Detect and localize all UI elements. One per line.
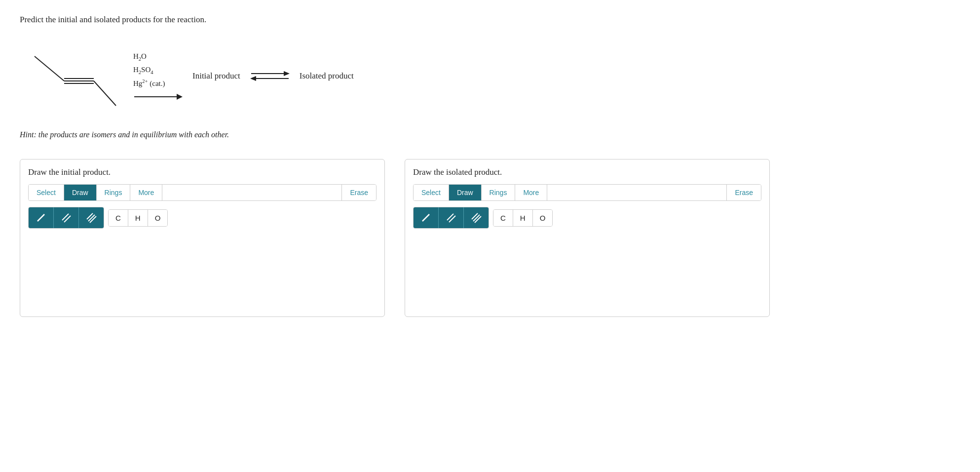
initial-product-label: Initial product [192, 71, 240, 81]
forward-arrow [133, 92, 183, 102]
isolated-single-bond-btn[interactable] [414, 207, 439, 228]
isolated-oxygen-btn[interactable]: O [533, 210, 553, 226]
initial-oxygen-btn[interactable]: O [148, 210, 168, 226]
initial-toolbar: Select Draw Rings More Erase [28, 184, 377, 201]
question-text: Predict the initial and isolated product… [20, 15, 960, 25]
hint-text: Hint: the products are isomers and in eq… [20, 130, 960, 139]
page: Predict the initial and isolated product… [0, 0, 980, 472]
svg-line-17 [422, 214, 429, 221]
svg-line-4 [94, 81, 116, 106]
isolated-double-bond-btn[interactable] [439, 207, 464, 228]
svg-line-16 [90, 216, 96, 223]
isolated-more-btn[interactable]: More [515, 185, 547, 200]
condition-h2o: H2O [133, 50, 165, 64]
initial-rings-btn[interactable]: Rings [97, 185, 131, 200]
svg-marker-8 [284, 71, 290, 76]
isolated-drawer-title: Draw the isolated product. [413, 167, 761, 177]
svg-marker-10 [250, 76, 256, 81]
svg-marker-6 [177, 94, 183, 100]
isolated-toolbar: Select Draw Rings More Erase [413, 184, 761, 201]
reaction-area: H2O H2SO4 Hg2+ (cat.) Initial product [20, 37, 960, 116]
isolated-select-btn[interactable]: Select [414, 185, 449, 200]
conditions-block: H2O H2SO4 Hg2+ (cat.) [133, 50, 165, 90]
isolated-draw-btn[interactable]: Draw [449, 185, 482, 200]
isolated-bond-tools: C H O [413, 207, 761, 229]
initial-product-drawer: Draw the initial product. Select Draw Ri… [20, 159, 385, 317]
initial-erase-btn[interactable]: Erase [341, 185, 376, 200]
isolated-atom-group: C H O [493, 209, 553, 227]
initial-bond-group [28, 207, 104, 229]
drawers-row: Draw the initial product. Select Draw Ri… [20, 159, 960, 317]
isolated-rings-btn[interactable]: Rings [482, 185, 516, 200]
svg-line-0 [35, 56, 64, 81]
isolated-carbon-btn[interactable]: C [493, 210, 513, 226]
initial-drawer-title: Draw the initial product. [28, 167, 377, 177]
initial-draw-canvas[interactable] [28, 233, 377, 307]
isolated-product-drawer: Draw the isolated product. Select Draw R… [405, 159, 770, 317]
isolated-erase-btn[interactable]: Erase [726, 185, 761, 200]
initial-triple-bond-btn[interactable] [79, 207, 104, 228]
isolated-triple-bond-btn[interactable] [464, 207, 489, 228]
initial-atom-group: C H O [108, 209, 168, 227]
condition-hg: Hg2+ (cat.) [133, 77, 165, 90]
initial-carbon-btn[interactable]: C [109, 210, 128, 226]
svg-line-21 [473, 215, 480, 221]
initial-hydrogen-btn[interactable]: H [128, 210, 148, 226]
svg-line-11 [38, 214, 44, 221]
molecule-structure [20, 37, 128, 116]
isolated-product-label: Isolated product [300, 71, 354, 81]
initial-bond-tools: C H O [28, 207, 377, 229]
equilibrium-arrows [255, 70, 285, 82]
initial-double-bond-btn[interactable] [54, 207, 79, 228]
initial-select-btn[interactable]: Select [29, 185, 64, 200]
isolated-hydrogen-btn[interactable]: H [513, 210, 533, 226]
initial-single-bond-btn[interactable] [29, 207, 54, 228]
condition-h2so4: H2SO4 [133, 64, 165, 77]
isolated-draw-canvas[interactable] [413, 233, 761, 307]
isolated-bond-group [413, 207, 489, 229]
initial-more-btn[interactable]: More [130, 185, 162, 200]
svg-line-22 [475, 216, 481, 223]
initial-draw-btn[interactable]: Draw [64, 185, 97, 200]
svg-line-15 [88, 215, 95, 221]
